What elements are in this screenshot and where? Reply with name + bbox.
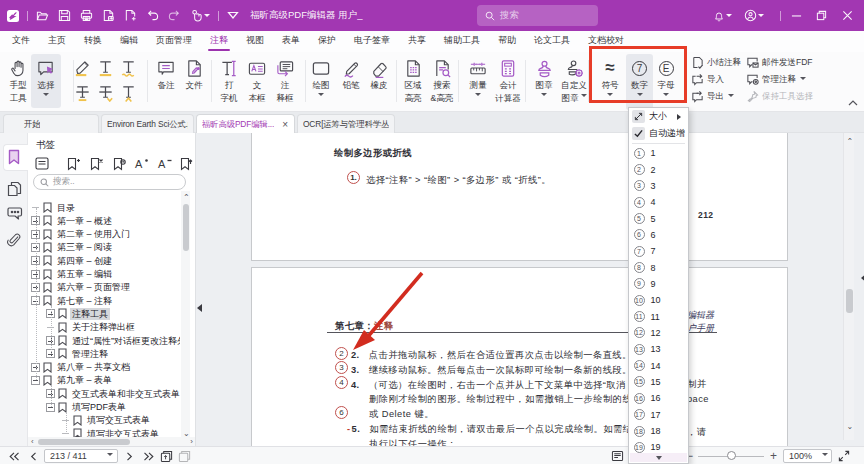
document-vertical-scrollbar[interactable]: ⌃ ⌄ <box>843 133 854 440</box>
scroll-up-arrow[interactable]: ⌃ <box>183 194 190 202</box>
menu-item-number[interactable]: 17 17 <box>629 407 688 423</box>
delete-bookmark-button[interactable] <box>89 157 104 172</box>
bookmark-tree-item[interactable]: 第七章 – 注释 <box>28 294 114 307</box>
ribbon-tab[interactable]: 视图 <box>246 31 264 52</box>
open-file-button[interactable] <box>31 5 53 27</box>
replace-text-tool-button[interactable] <box>96 83 115 102</box>
bookmark-tree-item[interactable]: 第八章 – 共享文档 <box>28 361 132 374</box>
menu-item-number[interactable]: 3 3 <box>629 178 688 194</box>
collapse-ribbon-button[interactable] <box>848 100 858 106</box>
minimize-button[interactable] <box>784 5 809 27</box>
calculator-button[interactable]: 会计 计算器 <box>489 54 527 110</box>
insert-text-tool-button[interactable] <box>119 83 138 102</box>
menu-item-number[interactable]: 5 5 <box>629 210 688 226</box>
bookmark-tree-item[interactable]: 第二章 – 使用入门 <box>28 228 132 241</box>
menu-scroll-down[interactable] <box>630 453 687 462</box>
last-page-button[interactable] <box>143 450 154 462</box>
ribbon-tab[interactable]: 辅助工具 <box>444 31 480 52</box>
close-button[interactable] <box>834 5 860 27</box>
zoom-in-button[interactable]: + <box>770 449 777 463</box>
menu-item-number[interactable]: 11 11 <box>629 308 688 324</box>
export-comments-button[interactable]: 导出 <box>691 90 734 103</box>
scroll-right-arrow[interactable]: › <box>190 438 193 446</box>
touch-mode-button[interactable] <box>185 5 215 27</box>
document-tab[interactable]: OCR[运筹与管理科学丛... <box>297 114 395 133</box>
ribbon-tab[interactable]: 文件 <box>12 31 30 52</box>
numbered-annotation-1[interactable]: 1. <box>347 171 360 184</box>
expand-bookmarks-button[interactable]: A <box>134 157 149 172</box>
tree-scrollbar-thumb[interactable] <box>183 204 189 251</box>
red-arrow-annotation[interactable] <box>347 268 427 353</box>
zoom-value-box[interactable]: 100% <box>783 449 832 463</box>
ribbon-tab[interactable]: 转换 <box>84 31 102 52</box>
restore-button[interactable] <box>809 5 834 27</box>
bookmark-tree-item[interactable]: 填写交互式表单 <box>28 414 152 427</box>
area-highlight-button[interactable]: 区域 高亮 <box>398 54 428 110</box>
undo-button[interactable] <box>141 5 163 27</box>
menu-item-number[interactable]: 7 7 <box>629 243 688 259</box>
file-attachment-button[interactable]: 文件 <box>179 54 209 110</box>
menu-item-number[interactable]: 15 15 <box>629 374 688 390</box>
bookmark-tree-item[interactable]: 第六章 – 页面管理 <box>28 281 132 294</box>
document-tab[interactable]: Environ Earth Sci公式.p... <box>101 114 194 133</box>
menu-item-number[interactable]: 14 14 <box>629 357 688 373</box>
note-button[interactable]: 备注 <box>151 54 181 110</box>
zoom-slider-knob[interactable] <box>727 451 736 460</box>
convert-pdf-button[interactable] <box>97 5 119 27</box>
hide-ribbon-chevron[interactable] <box>222 5 244 27</box>
menu-item-number[interactable]: 4 4 <box>629 194 688 210</box>
panel-menu-button[interactable] <box>35 157 50 172</box>
menu-item-auto-increment[interactable]: 自动递增 <box>629 125 688 142</box>
ribbon-tab[interactable]: 保护 <box>318 31 336 52</box>
typewriter-button[interactable]: 打 字机 <box>214 54 244 110</box>
document-tab[interactable]: 福昕高级PDF编辑...× <box>196 114 295 133</box>
numbered-annotation-4[interactable]: 4 <box>335 376 348 389</box>
strikeout-tool-button[interactable] <box>73 83 92 102</box>
ribbon-tab[interactable]: 电子签章 <box>354 31 390 52</box>
fullscreen-button[interactable] <box>838 450 850 462</box>
notifications-button[interactable] <box>709 5 735 27</box>
letter-button[interactable]: E 字母 <box>652 54 680 110</box>
scroll-left-arrow[interactable]: ‹ <box>31 438 34 446</box>
ribbon-tab[interactable]: 主页 <box>48 31 66 52</box>
account-button[interactable] <box>740 5 768 27</box>
ribbon-tab[interactable]: 注释 <box>210 31 228 52</box>
eraser-button[interactable]: 橡皮 <box>364 54 394 110</box>
print-button[interactable] <box>75 5 97 27</box>
drawing-button[interactable]: 绘图 <box>306 54 336 110</box>
menu-item-number[interactable]: 1 1 <box>629 145 688 161</box>
underline-tool-button[interactable] <box>96 58 115 77</box>
comments-panel-button[interactable] <box>7 206 22 222</box>
ribbon-tab[interactable]: 帮助 <box>498 31 516 52</box>
keep-tool-selected-button[interactable]: 保持工具选择 <box>746 90 813 103</box>
attachments-panel-button[interactable] <box>7 232 22 248</box>
bookmark-tree-item[interactable]: 填写PDF表单 <box>28 401 128 414</box>
menu-item-number[interactable]: 8 8 <box>629 259 688 275</box>
previous-page-button[interactable] <box>30 450 37 462</box>
ribbon-tab[interactable]: 编辑 <box>120 31 138 52</box>
ribbon-tab[interactable]: 页面管理 <box>156 31 192 52</box>
squiggly-tool-button[interactable] <box>119 58 138 77</box>
manage-comments-button[interactable]: 管理注释 <box>746 73 806 86</box>
callout-button[interactable]: 注 释框 <box>270 54 300 110</box>
menu-item-size[interactable]: 大小 <box>629 108 688 125</box>
bookmark-tree-item[interactable]: 第一章 – 概述 <box>28 214 114 227</box>
select-tool-button[interactable]: 选择 <box>31 54 61 108</box>
doc-scroll-up-arrow[interactable]: ⌃ <box>847 138 854 146</box>
menu-item-number[interactable]: 18 18 <box>629 423 688 439</box>
page-number-box[interactable]: 213 / 411 <box>44 449 118 463</box>
highlight-tool-button[interactable] <box>73 58 92 77</box>
document-tab[interactable]: 开始 <box>3 114 99 133</box>
symbol-button[interactable]: ≈ 符号 <box>595 54 625 110</box>
menu-item-number[interactable]: 16 16 <box>629 390 688 406</box>
ribbon-tab[interactable]: 论文工具 <box>534 31 570 52</box>
hand-tool-button[interactable]: 手型 工具 <box>3 54 33 110</box>
redo-button[interactable] <box>163 5 185 27</box>
bookmark-tree-item[interactable]: 关于注释弹出框 <box>28 321 137 334</box>
bookmark-tree-item[interactable]: 第五章 – 编辑 <box>28 268 114 281</box>
promote-bookmark-button[interactable] <box>179 157 194 172</box>
panel-scrollbar-thumb[interactable] <box>38 439 130 445</box>
previous-view-button[interactable] <box>160 450 173 462</box>
menu-item-number[interactable]: 6 6 <box>629 227 688 243</box>
tree-vertical-scrollbar[interactable]: ⌃ ⌄ <box>181 191 190 441</box>
